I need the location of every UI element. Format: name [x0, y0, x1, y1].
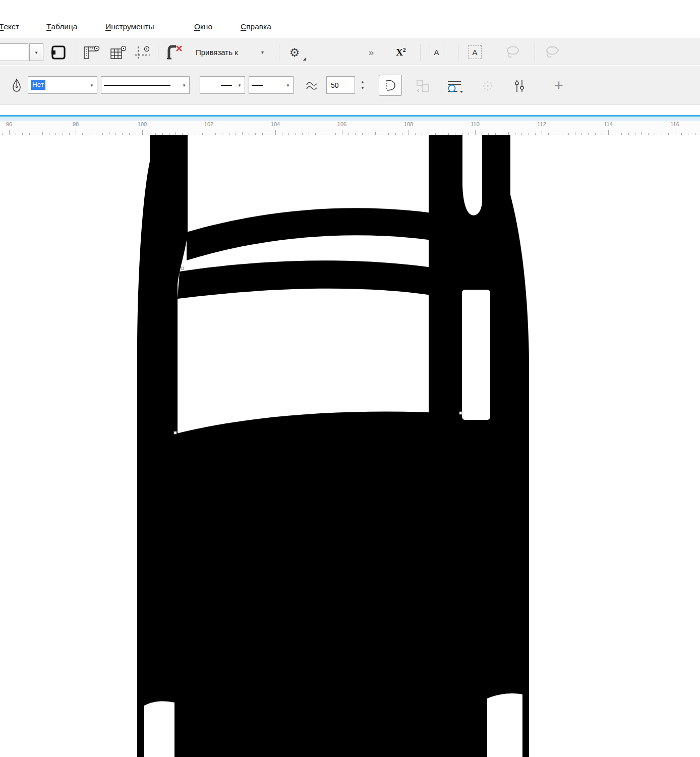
gear-glyph: ⚙: [289, 47, 300, 59]
adjust-sliders-icon[interactable]: [511, 78, 528, 94]
outline-width-value[interactable]: Нет: [28, 77, 87, 93]
character-kerning-icon[interactable]: A: [468, 45, 482, 59]
menu-item-window[interactable]: Окно: [191, 15, 215, 38]
canvas[interactable]: [0, 135, 700, 757]
pen-pressure-button[interactable]: [379, 75, 402, 96]
ruler-tick: [429, 133, 429, 135]
ruler-tick: [515, 133, 515, 135]
arrowhead-start-dropdown-button[interactable]: ▾: [235, 77, 245, 93]
ruler-tick: [355, 133, 356, 135]
smoothness-value: 50: [331, 81, 339, 89]
spin-down-icon[interactable]: ▼: [361, 86, 365, 90]
add-property-button[interactable]: +: [551, 76, 567, 95]
ruler-label: 104: [271, 121, 280, 127]
ruler-label: 108: [404, 121, 413, 127]
ruler-tick: [189, 133, 189, 135]
outline-width-combo[interactable]: Нет ▾: [28, 76, 97, 94]
pen-nib-icon[interactable]: [10, 78, 23, 94]
zoom-level-input[interactable]: [0, 43, 28, 61]
superscript-icon[interactable]: X2: [390, 44, 412, 61]
ruler-tick: [462, 133, 462, 135]
menu-label: правка: [246, 22, 271, 31]
spin-up-icon[interactable]: ▲: [361, 80, 365, 84]
ruler-highlight-band: [0, 117, 700, 121]
font-properties-icon[interactable]: A: [430, 45, 443, 59]
show-rulers-icon[interactable]: [82, 44, 100, 61]
ruler-tick: [255, 133, 256, 135]
ruler-tick: [362, 133, 363, 135]
ruler-tick: [282, 133, 282, 135]
arrowhead-end-combo[interactable]: ▾: [249, 76, 294, 94]
drawing-canvas-svg[interactable]: [0, 135, 700, 757]
ruler-label: 110: [471, 121, 480, 127]
options-gear-icon[interactable]: ⚙◢: [286, 45, 303, 60]
zoom-dropdown-button[interactable]: ▾: [29, 43, 43, 61]
ruler-tick: [169, 133, 169, 135]
ruler-tick: [176, 132, 176, 135]
ruler-label: 98: [73, 121, 79, 127]
ruler-tick: [435, 133, 436, 135]
line-style-dropdown-button[interactable]: ▾: [179, 77, 189, 93]
ruler-tick: [588, 133, 589, 135]
menu-label: екст: [4, 22, 19, 31]
menu-item-help[interactable]: Справка: [238, 15, 274, 38]
menu-item-tools[interactable]: Инструменты: [102, 15, 157, 38]
chevron-down-icon: ▾: [183, 83, 186, 88]
ruler-tick: [215, 133, 216, 135]
ruler-tick: [315, 133, 316, 135]
ruler-label: 114: [604, 121, 613, 127]
line-style-swatch: [104, 85, 170, 86]
ruler-tick: [475, 130, 476, 135]
ruler-tick: [222, 133, 222, 135]
chevron-down-icon: ◢: [303, 57, 306, 61]
ruler-tick: [249, 133, 249, 135]
ruler-tick: [275, 130, 276, 135]
show-guidelines-icon[interactable]: [133, 44, 151, 61]
ruler-tick: [348, 133, 349, 135]
lasso-nodes-icon[interactable]: [544, 45, 562, 60]
chevron-down-icon: ▾: [91, 83, 93, 88]
arrowhead-swatch: [221, 85, 232, 86]
arrowhead-end-dropdown-button[interactable]: ▾: [283, 77, 293, 93]
ruler-tick: [495, 133, 496, 135]
lasso-select-icon[interactable]: [504, 45, 522, 60]
ruler-tick: [109, 132, 109, 135]
menu-mnemonic: О: [194, 22, 200, 31]
ruler-tick: [442, 132, 442, 135]
ruler-label: 112: [537, 121, 546, 127]
toolbar-overflow-chevron[interactable]: »: [364, 44, 378, 61]
snap-off-icon[interactable]: [165, 44, 184, 61]
ruler-tick: [535, 133, 536, 135]
drawn-object-silhouette[interactable]: [137, 135, 529, 757]
ruler-tick: [49, 133, 49, 135]
page-frame-icon[interactable]: [50, 44, 67, 61]
menu-mnemonic: И: [105, 22, 111, 31]
ruler-tick: [262, 133, 263, 135]
horizontal-ruler[interactable]: 9698100102104106108110112114116: [0, 115, 700, 135]
ruler-label: 102: [204, 121, 213, 127]
ruler-tick: [329, 133, 329, 135]
snap-to-label[interactable]: Привязать к: [196, 39, 238, 65]
smoothness-input[interactable]: 50: [326, 76, 355, 94]
menu-item-table[interactable]: Таблица: [43, 15, 80, 38]
show-grid-icon[interactable]: [109, 44, 127, 61]
arrowhead-start-combo[interactable]: ▾: [200, 76, 245, 94]
ruler-tick: [369, 133, 369, 135]
ruler-tick: [448, 133, 449, 135]
wrap-paragraph-text-icon[interactable]: [446, 78, 464, 94]
ruler-band[interactable]: 9698100102104106108110112114116: [0, 121, 700, 135]
snap-to-dropdown[interactable]: ▾: [261, 39, 264, 65]
ruler-label: 100: [138, 121, 147, 127]
ruler-tick: [388, 133, 389, 135]
ruler-tick: [115, 133, 116, 135]
line-style-combo[interactable]: ▾: [101, 76, 190, 94]
ruler-tick: [155, 133, 156, 135]
ruler-tick: [342, 130, 342, 135]
smoothness-spinner[interactable]: ▲▼: [357, 76, 368, 94]
ruler-tick: [469, 133, 469, 135]
ruler-tick: [648, 133, 649, 135]
outline-width-dropdown-button[interactable]: ▾: [87, 77, 97, 93]
menu-item-text[interactable]: Текст: [0, 15, 22, 38]
ruler-tick: [581, 133, 582, 135]
ruler-tick: [69, 133, 70, 135]
